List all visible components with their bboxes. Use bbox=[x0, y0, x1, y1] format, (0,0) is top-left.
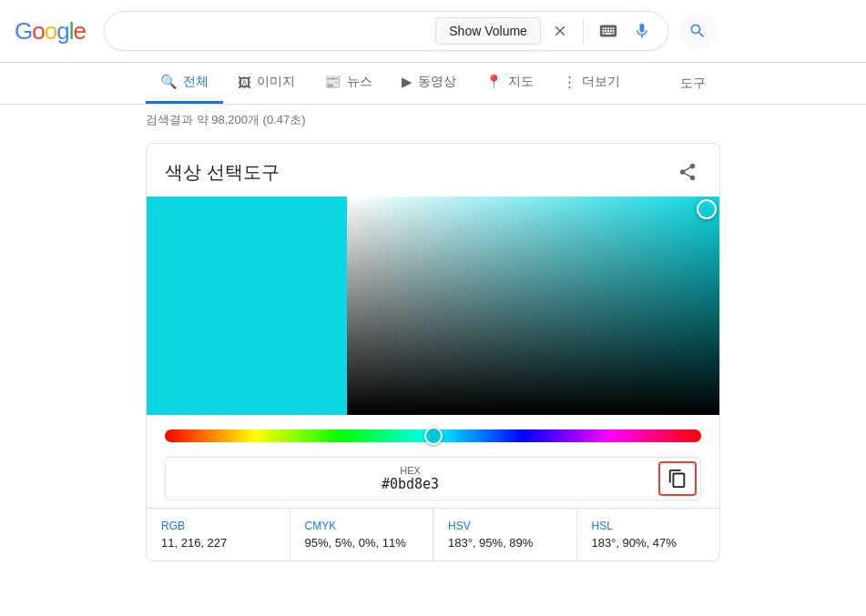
tab-maps-label: 지도 bbox=[508, 74, 534, 90]
voice-search-button[interactable] bbox=[629, 18, 655, 44]
cmyk-label: CMYK bbox=[305, 520, 419, 532]
tab-all[interactable]: 🔍 전체 bbox=[146, 63, 223, 104]
widget-title: 색상 선택도구 bbox=[165, 160, 280, 185]
widget-header: 색상 선택도구 bbox=[147, 144, 719, 197]
show-volume-button[interactable]: Show Volume bbox=[435, 17, 541, 45]
search-icon bbox=[688, 22, 707, 40]
hsl-value: 183°, 90%, 47% bbox=[592, 536, 706, 550]
copy-icon bbox=[667, 469, 688, 489]
hsv-label: HSV bbox=[448, 520, 562, 532]
tab-images-label: 이미지 bbox=[257, 74, 295, 90]
search-bar: 컬러피커 Show Volume bbox=[104, 11, 668, 51]
share-icon bbox=[678, 162, 698, 182]
tab-all-label: 전체 bbox=[183, 74, 209, 90]
tab-news-label: 뉴스 bbox=[347, 74, 372, 90]
mic-icon bbox=[633, 22, 651, 40]
maps-icon: 📍 bbox=[485, 74, 503, 90]
hsl-label: HSL bbox=[592, 520, 706, 532]
news-icon: 📰 bbox=[324, 74, 341, 90]
share-button[interactable] bbox=[674, 158, 701, 186]
hex-value[interactable]: #0bd8e3 bbox=[177, 476, 644, 492]
hsl-cell[interactable]: HSL 183°, 90%, 47% bbox=[577, 509, 720, 560]
search-submit-button[interactable] bbox=[679, 13, 716, 49]
logo-o2: o bbox=[45, 17, 56, 45]
more-icon: ⋮ bbox=[563, 74, 576, 90]
color-display bbox=[147, 197, 719, 415]
logo-e: e bbox=[73, 17, 85, 45]
picker-thumb bbox=[697, 199, 717, 219]
nav-tabs: 🔍 전체 🖼 이미지 📰 뉴스 ▶ 동영상 📍 지도 ⋮ 더보기 도구 bbox=[0, 63, 866, 105]
tab-more[interactable]: ⋮ 더보기 bbox=[548, 63, 635, 104]
logo-g: G bbox=[15, 17, 32, 45]
rgb-cell[interactable]: RGB 11, 216, 227 bbox=[147, 509, 290, 560]
logo-o1: o bbox=[32, 17, 44, 45]
hex-inner: HEX #0bd8e3 bbox=[166, 458, 655, 500]
tools-button[interactable]: 도구 bbox=[666, 65, 720, 103]
hex-label: HEX bbox=[177, 465, 644, 476]
color-picker-widget: 색상 선택도구 HEX #0bd8e3 bbox=[146, 143, 720, 561]
divider bbox=[583, 18, 584, 44]
google-logo[interactable]: Google bbox=[15, 17, 86, 45]
solid-color-block bbox=[147, 197, 347, 415]
rgb-value: 11, 216, 227 bbox=[161, 536, 275, 550]
images-icon: 🖼 bbox=[238, 75, 251, 90]
clear-search-button[interactable] bbox=[548, 19, 572, 43]
hsv-value: 183°, 95%, 89% bbox=[448, 536, 562, 550]
gradient-picker[interactable] bbox=[347, 197, 719, 415]
cmyk-cell[interactable]: CMYK 95%, 5%, 0%, 11% bbox=[290, 509, 434, 560]
tab-maps[interactable]: 📍 지도 bbox=[471, 63, 548, 104]
tab-video[interactable]: ▶ 동영상 bbox=[387, 63, 471, 104]
copy-hex-button[interactable] bbox=[658, 461, 697, 496]
keyboard-icon bbox=[598, 21, 618, 41]
color-values: RGB 11, 216, 227 CMYK 95%, 5%, 0%, 11% H… bbox=[147, 508, 719, 560]
tab-news[interactable]: 📰 뉴스 bbox=[310, 63, 387, 104]
logo-g2: g bbox=[56, 17, 68, 45]
keyboard-button[interactable] bbox=[595, 17, 622, 45]
hex-container: HEX #0bd8e3 bbox=[165, 457, 701, 500]
all-icon: 🔍 bbox=[160, 74, 178, 90]
header: Google 컬러피커 Show Volume bbox=[0, 0, 866, 63]
video-icon: ▶ bbox=[402, 74, 413, 90]
tab-more-label: 더보기 bbox=[582, 74, 620, 90]
tab-images[interactable]: 🖼 이미지 bbox=[223, 63, 310, 104]
close-icon bbox=[552, 23, 568, 39]
rgb-label: RGB bbox=[161, 520, 275, 532]
search-input[interactable]: 컬러피커 bbox=[117, 23, 428, 39]
tab-video-label: 동영상 bbox=[418, 74, 456, 90]
hue-thumb bbox=[424, 427, 443, 445]
hue-slider-container bbox=[147, 415, 719, 449]
cmyk-value: 95%, 5%, 0%, 11% bbox=[305, 536, 419, 550]
hue-slider[interactable] bbox=[165, 429, 701, 442]
result-count: 검색결과 약 98,200개 (0.47초) bbox=[0, 105, 866, 136]
hsv-cell[interactable]: HSV 183°, 95%, 89% bbox=[433, 509, 577, 560]
